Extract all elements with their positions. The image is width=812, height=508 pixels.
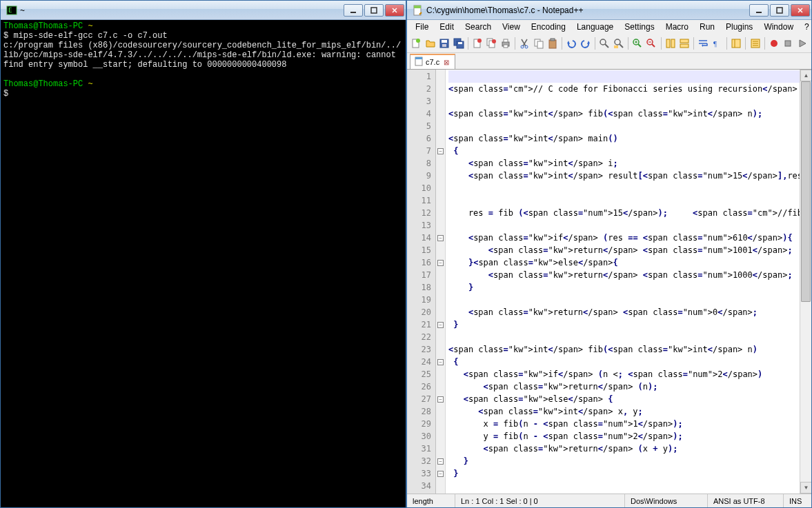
open-file-icon[interactable]	[424, 37, 436, 50]
menu-[interactable]: ?	[799, 21, 812, 33]
macro-stop-icon[interactable]	[782, 37, 794, 50]
svg-point-39	[615, 39, 620, 45]
zoom-in-icon[interactable]	[631, 37, 644, 50]
sync-h-icon[interactable]	[678, 37, 691, 50]
separator	[661, 37, 662, 50]
menu-file[interactable]: File	[410, 21, 434, 33]
editor-area: 1234567891011121314151617181920212223242…	[407, 70, 811, 494]
status-encoding: ANSI as UTF-8	[708, 494, 784, 507]
new-file-icon[interactable]	[410, 37, 422, 50]
toolbar: ¶	[407, 34, 811, 53]
vertical-scrollbar[interactable]: ▲ ▼	[800, 70, 811, 494]
menu-edit[interactable]: Edit	[434, 21, 459, 33]
redo-icon[interactable]	[580, 37, 592, 50]
maximize-button[interactable]	[364, 4, 384, 17]
svg-rect-20	[458, 42, 462, 44]
maximize-button[interactable]	[770, 4, 789, 17]
svg-rect-36	[551, 39, 555, 41]
menu-view[interactable]: View	[497, 21, 526, 33]
code-area[interactable]: <span class="cm">// C code for Fibonacci…	[446, 70, 800, 494]
svg-point-32	[525, 45, 528, 48]
svg-point-62	[771, 40, 778, 47]
svg-rect-51	[680, 39, 689, 43]
copy-icon[interactable]	[532, 37, 544, 50]
fold-column: −−−−−−−−	[436, 70, 446, 494]
svg-point-25	[492, 39, 496, 43]
menu-settings[interactable]: Settings	[619, 21, 660, 33]
terminal-body[interactable]: Thomas@Thomas-PC ~ $ mips-sde-elf-gcc c7…	[1, 20, 406, 507]
show-all-chars-icon[interactable]: ¶	[711, 37, 724, 50]
scroll-thumb[interactable]	[801, 81, 811, 302]
tab-c7[interactable]: c7.c ⊠	[410, 54, 455, 69]
scroll-track[interactable]	[800, 81, 811, 482]
terminal-icon: E	[6, 5, 17, 16]
replace-icon[interactable]	[612, 37, 624, 50]
status-eol: Dos\Windows	[625, 494, 708, 507]
scroll-up-button[interactable]: ▲	[800, 70, 811, 81]
close-all-icon[interactable]	[485, 37, 497, 50]
svg-point-14	[416, 39, 420, 43]
indent-guide-icon[interactable]	[730, 37, 742, 50]
tab-label: c7.c	[426, 58, 439, 66]
terminal-window-controls	[344, 4, 404, 17]
svg-rect-3	[371, 8, 377, 13]
menu-run[interactable]: Run	[694, 21, 720, 33]
svg-line-38	[605, 44, 608, 48]
svg-point-31	[521, 45, 524, 48]
svg-rect-35	[549, 40, 556, 48]
tab-close-icon[interactable]: ⊠	[442, 58, 450, 66]
zoom-out-icon[interactable]	[645, 37, 657, 50]
menu-encoding[interactable]: Encoding	[526, 21, 571, 33]
menu-search[interactable]: Search	[459, 21, 497, 33]
svg-rect-63	[785, 41, 791, 46]
scroll-down-button[interactable]: ▼	[800, 482, 811, 494]
separator	[468, 37, 468, 50]
function-list-icon[interactable]	[749, 37, 761, 50]
menubar: FileEditSearchViewEncodingLanguageSettin…	[407, 20, 811, 34]
notepad-titlebar[interactable]: C:\cygwin\home\Thomas\c7.c - Notepad++	[407, 1, 811, 20]
save-icon[interactable]	[438, 37, 450, 50]
notepad-icon	[413, 5, 424, 16]
notepad-window: C:\cygwin\home\Thomas\c7.c - Notepad++ F…	[406, 0, 812, 508]
svg-rect-65	[415, 57, 422, 59]
wordwrap-icon[interactable]	[697, 37, 709, 50]
minimize-button[interactable]	[749, 4, 769, 17]
svg-rect-34	[537, 41, 543, 48]
save-all-icon[interactable]	[452, 37, 464, 50]
menu-window[interactable]: Window	[758, 21, 799, 33]
svg-line-40	[620, 44, 623, 48]
menu-macro[interactable]: Macro	[660, 21, 694, 33]
close-button[interactable]	[791, 4, 810, 17]
undo-icon[interactable]	[565, 37, 577, 50]
paste-icon[interactable]	[546, 37, 559, 50]
macro-record-icon[interactable]	[768, 37, 780, 50]
close-file-icon[interactable]	[471, 37, 484, 50]
menu-plugins[interactable]: Plugins	[720, 21, 758, 33]
separator	[562, 37, 562, 50]
file-icon	[415, 57, 423, 68]
separator	[595, 37, 595, 50]
terminal-titlebar[interactable]: E ~	[1, 1, 406, 20]
notepad-window-controls	[749, 4, 810, 17]
svg-rect-41	[614, 45, 618, 48]
svg-rect-27	[504, 39, 508, 42]
terminal-title: ~	[20, 6, 344, 15]
menu-language[interactable]: Language	[571, 21, 619, 33]
statusbar: length Ln : 1 Col : 1 Sel : 0 | 0 Dos\Wi…	[407, 494, 811, 507]
tab-bar: c7.c ⊠	[407, 53, 811, 70]
sync-v-icon[interactable]	[664, 37, 676, 50]
svg-rect-7	[414, 6, 421, 8]
status-position: Ln : 1 Col : 1 Sel : 0 | 0	[455, 494, 625, 507]
macro-play-icon[interactable]	[796, 37, 809, 50]
svg-rect-50	[671, 39, 675, 48]
close-button[interactable]	[385, 4, 404, 17]
cut-icon[interactable]	[518, 37, 531, 50]
print-icon[interactable]	[499, 37, 512, 50]
notepad-title: C:\cygwin\home\Thomas\c7.c - Notepad++	[426, 6, 749, 15]
find-icon[interactable]	[598, 37, 611, 50]
status-insert-mode: INS	[784, 494, 811, 507]
svg-rect-10	[777, 8, 782, 13]
separator	[745, 37, 746, 50]
svg-rect-16	[442, 40, 447, 43]
minimize-button[interactable]	[344, 4, 363, 17]
